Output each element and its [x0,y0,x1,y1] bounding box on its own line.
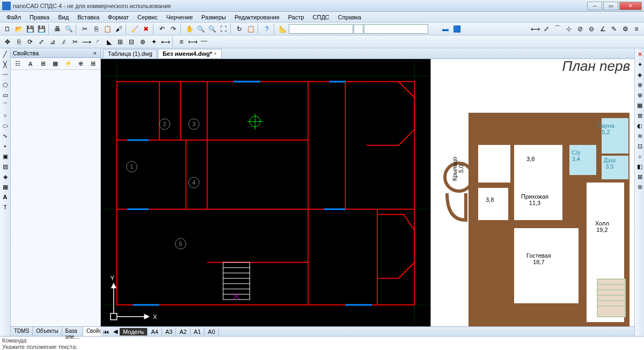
dim-linear-icon[interactable]: ⟷ [530,24,540,34]
preview-icon[interactable]: 🔍 [63,24,74,34]
ellipse-icon[interactable]: ⬭ [1,121,10,130]
new-icon[interactable]: 🗋 [2,24,13,34]
command-line[interactable]: Команда: Укажите положение текста: [0,336,644,350]
menu-dim[interactable]: Размеры [197,13,230,21]
minimize-button[interactable]: ─ [587,2,602,10]
file-tab-close-icon[interactable]: × [214,51,216,56]
spds-12-icon[interactable]: ⊠ [635,172,644,181]
prop-filter-icon[interactable]: ⊞ [38,59,48,69]
circle-icon[interactable]: ○ [1,111,10,120]
props-icon[interactable]: 📋 [245,24,256,34]
mirror-icon[interactable]: ⊿ [47,37,58,47]
menu-spds[interactable]: СПДС [309,13,334,21]
menu-file[interactable]: Файл [2,13,25,21]
polygon-icon[interactable]: ⬠ [1,80,10,90]
menu-tools[interactable]: Сервис [133,13,162,21]
menu-insert[interactable]: Вставка [73,13,104,21]
spds-1-icon[interactable]: ✦ [635,60,644,69]
menu-raster[interactable]: Растр [284,13,309,21]
dim-base-icon[interactable]: ≡ [631,24,642,34]
tab-nav-first-icon[interactable]: ⏮ [101,329,111,335]
layer-combo[interactable] [289,24,353,34]
spds-10-icon[interactable]: ⟐ [635,151,644,161]
spds-4-icon[interactable]: ⊗ [635,90,644,100]
spds-13-icon[interactable]: ⊛ [635,182,644,192]
tab-objects[interactable]: Объекты [33,327,62,336]
prop-sel-icon[interactable]: ▦ [50,59,60,69]
tab-a1[interactable]: A1 [191,328,204,336]
cut-icon[interactable]: ✂ [79,24,90,34]
dim-aligned-icon[interactable]: ⤢ [541,24,552,34]
zoomext-icon[interactable]: ⛶ [218,24,229,34]
menu-draw[interactable]: Черчение [162,13,197,21]
zoom-icon[interactable]: 🔍 [195,24,206,34]
fillet-icon[interactable]: ◜ [92,37,103,47]
offset-icon[interactable]: ⫽ [58,37,69,47]
prop-pick-icon[interactable]: ⊕ [76,59,85,69]
line-icon[interactable]: ╱ [1,49,10,59]
menu-edit[interactable]: Правка [25,13,54,21]
align-icon[interactable]: ≡ [176,37,187,47]
tab-a2[interactable]: A2 [176,328,190,336]
spds-close-icon[interactable]: ✕ [635,49,644,59]
stretch-icon[interactable]: ⟷ [160,37,171,47]
extend-icon[interactable]: ⟶ [81,37,92,47]
join-icon[interactable]: ⊕ [137,37,148,47]
tab-a0[interactable]: A0 [204,328,218,336]
arc-icon[interactable]: ⌒ [1,100,10,110]
matchprop-icon[interactable]: 🖌 [113,24,124,34]
reference-view[interactable]: План перв [430,59,634,326]
hatch-icon[interactable]: ▨ [1,162,10,171]
tab-base[interactable]: База эле… [62,327,83,336]
prop-quick-icon[interactable]: ⚡ [63,59,73,69]
dim-ord-icon[interactable]: ⊹ [564,24,574,34]
dim-ang-icon[interactable]: ∠ [597,24,608,34]
dim-style-icon[interactable]: ⚙ [620,24,631,34]
tab-model[interactable]: Модель [120,328,148,336]
copy2-icon[interactable]: ⎘ [13,37,24,47]
spds-3-icon[interactable]: ⊕ [635,80,644,90]
spds-6-icon[interactable]: ⊞ [635,111,644,120]
pline-icon[interactable]: 〰 [1,70,10,79]
tab-tdms[interactable]: TDMS [11,327,33,336]
chamfer-icon[interactable]: ◣ [104,37,114,47]
menu-view[interactable]: Вид [54,13,73,21]
undo-icon[interactable]: ↶ [157,24,167,34]
menu-help[interactable]: Справка [334,13,365,21]
region-icon[interactable]: ◈ [1,172,10,181]
saveall-icon[interactable]: 💾 [36,24,47,34]
lengthen-icon[interactable]: ⟼ [187,37,198,47]
print-icon[interactable]: 🖶 [52,24,63,34]
prop-az-icon[interactable]: A [26,59,35,69]
tbx-icon[interactable]: 🟦 [451,24,462,34]
layer-color[interactable] [354,24,363,34]
move-icon[interactable]: ✥ [2,37,13,47]
regen-icon[interactable]: ↻ [234,24,245,34]
array-icon[interactable]: ⊞ [115,37,126,47]
pedit-icon[interactable]: 〰 [199,37,209,47]
tab-nav-prev-icon[interactable]: ◀ [111,328,120,335]
properties-close-icon[interactable]: × [92,50,98,56]
table-icon[interactable]: ▦ [1,182,10,192]
save-icon[interactable]: 💾 [25,24,35,34]
linetype-combo[interactable] [364,24,428,34]
measure-icon[interactable]: 📐 [277,24,288,34]
file-tab-2[interactable]: Без имени4.dwg* × [158,49,222,58]
paste-icon[interactable]: 📋 [102,24,113,34]
dim-edit-icon[interactable]: ✎ [609,24,619,34]
prop-more-icon[interactable]: ⊞ [89,59,98,69]
tab-a4[interactable]: A4 [148,328,162,336]
file-tab-1[interactable]: Таблица (1).dwg [103,49,157,58]
rect-icon[interactable]: ▭ [1,90,10,100]
break-icon[interactable]: ⊟ [126,37,137,47]
spds-2-icon[interactable]: ◈ [635,70,644,79]
dim-dia-icon[interactable]: ⊖ [586,24,597,34]
cancel-icon[interactable]: ✖ [141,24,151,34]
maximize-button[interactable]: ▭ [603,2,618,10]
spds-11-icon[interactable]: ◧ [635,162,644,171]
rotate-icon[interactable]: ⟳ [25,37,35,47]
mtext-icon[interactable]: A [1,192,10,202]
tab-a3[interactable]: A3 [162,328,176,336]
block-icon[interactable]: ▣ [1,151,10,161]
help-icon[interactable]: ? [261,24,272,34]
